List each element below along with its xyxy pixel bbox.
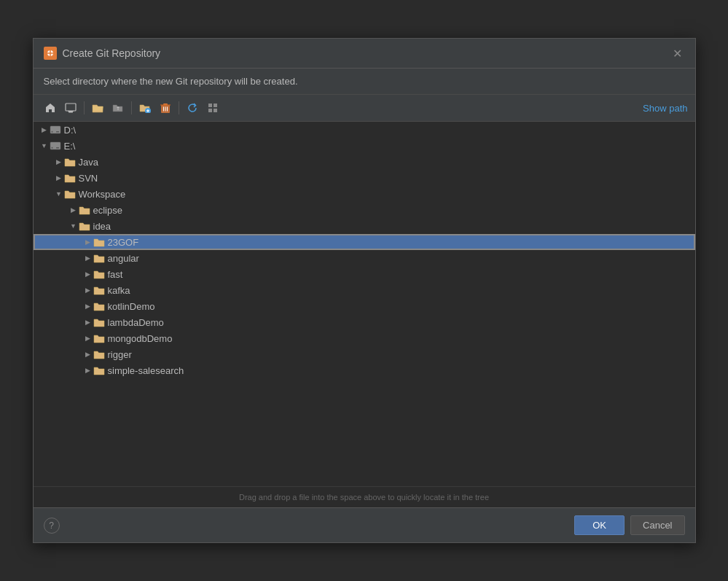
create-git-repository-dialog: Create Git Repository ✕ Select directory… (33, 38, 696, 543)
arrow-kafka: ▶ (83, 286, 93, 294)
dialog-footer: ? OK Cancel (34, 507, 695, 542)
arrow-lambdademo: ▶ (83, 319, 93, 326)
close-button[interactable]: ✕ (670, 46, 685, 61)
arrow-mongodbdemo: ▶ (83, 335, 93, 342)
arrow-eclipse: ▶ (69, 206, 79, 214)
folder-open-button[interactable] (88, 99, 107, 117)
arrow-angular: ▶ (83, 254, 93, 262)
arrow-23gof: ▶ (83, 238, 93, 246)
tree-item-lambdademo[interactable]: ▶ lambdaDemo (34, 314, 695, 330)
tree-label-e-drive: E:\ (64, 141, 76, 152)
arrow-e-drive: ▼ (39, 142, 50, 149)
svg-rect-18 (214, 109, 217, 112)
dialog-subtitle: Select directory where the new Git repos… (34, 69, 695, 95)
dialog-title: Create Git Repository (63, 47, 161, 59)
arrow-workspace: ▼ (54, 190, 64, 198)
drive-icon-d (50, 124, 61, 136)
folder-icon-eclipse (79, 204, 90, 216)
tree-label-rigger: rigger (108, 349, 132, 360)
tree-label-java: Java (79, 157, 98, 168)
tree-item-kafka[interactable]: ▶ kafka (34, 282, 695, 298)
arrow-d-drive: ▶ (39, 126, 50, 133)
tree-label-angular: angular (108, 253, 139, 264)
svg-rect-15 (208, 104, 212, 107)
tree-item-eclipse[interactable]: ▶ eclipse (34, 202, 695, 218)
tree-item-kotlindemo[interactable]: ▶ kotlinDemo (34, 298, 695, 314)
tree-label-23gof: 23GOF (108, 237, 139, 248)
folder-icon-workspace (64, 188, 76, 200)
tree-item-idea[interactable]: ▼ idea (34, 218, 695, 234)
drive-icon-e (50, 140, 61, 152)
footer-buttons: OK Cancel (574, 515, 684, 535)
folder-icon-mongodbdemo (93, 332, 105, 344)
svg-rect-3 (66, 104, 76, 111)
tree-item-fast[interactable]: ▶ fast (34, 266, 695, 282)
svg-rect-17 (208, 109, 212, 112)
tree-label-mongodbdemo: mongodbDemo (108, 333, 173, 344)
tree-item-simple-salesearch[interactable]: ▶ simple-salesearch (34, 362, 695, 378)
show-path-button[interactable]: Show path (643, 103, 687, 114)
dialog-icon (44, 47, 57, 60)
tree-item-rigger[interactable]: ▶ rigger (34, 346, 695, 362)
folder-icon-lambdademo (93, 316, 105, 328)
folder-icon-kotlindemo (93, 300, 105, 312)
folder-icon-fast (93, 268, 105, 280)
tree-label-fast: fast (108, 269, 123, 280)
tree-item-e-drive[interactable]: ▼ E:\ (34, 138, 695, 154)
arrow-rigger: ▶ (83, 351, 93, 358)
tree-label-kafka: kafka (108, 285, 130, 296)
tree-label-simple-salesearch: simple-salesearch (108, 365, 184, 376)
tree-item-workspace[interactable]: ▼ Workspace (34, 186, 695, 202)
svg-rect-16 (214, 104, 217, 107)
toolbar: Show path (34, 95, 695, 122)
toolbar-sep-1 (84, 101, 85, 114)
tree-item-23gof[interactable]: ▶ 23GOF (34, 234, 695, 250)
ok-button[interactable]: OK (574, 515, 625, 535)
tree-item-d-drive[interactable]: ▶ D:\ (34, 122, 695, 138)
svg-rect-5 (68, 111, 74, 112)
folder-icon-svn (64, 172, 76, 184)
folder-icon-idea (79, 220, 90, 232)
arrow-svn: ▶ (54, 174, 64, 182)
delete-button[interactable] (156, 99, 175, 117)
folder-icon-java (64, 156, 76, 168)
tree-label-lambdademo: lambdaDemo (108, 317, 164, 328)
grid-view-button[interactable] (203, 99, 222, 117)
folder-icon-simple-salesearch (93, 364, 105, 376)
drag-hint: Drag and drop a file into the space abov… (34, 486, 695, 507)
help-button[interactable]: ? (44, 518, 60, 534)
svg-point-21 (51, 131, 52, 133)
tree-label-eclipse: eclipse (93, 205, 122, 216)
tree-label-d-drive: D:\ (64, 125, 77, 136)
tree-label-kotlindemo: kotlinDemo (108, 301, 155, 312)
cancel-button[interactable]: Cancel (630, 515, 684, 535)
tree-label-idea: idea (93, 221, 111, 232)
file-tree[interactable]: ▶ D:\ ▼ E:\ ▶ (34, 122, 695, 486)
svg-rect-4 (69, 112, 73, 113)
folder-icon-rigger (93, 348, 105, 360)
home-button[interactable] (41, 99, 60, 117)
folder-up-button[interactable] (109, 99, 128, 117)
tree-item-java[interactable]: ▶ Java (34, 154, 695, 170)
arrow-java: ▶ (54, 158, 64, 165)
tree-label-workspace: Workspace (79, 189, 126, 200)
arrow-simple-salesearch: ▶ (83, 367, 93, 374)
desktop-button[interactable] (61, 99, 80, 117)
svg-rect-20 (56, 131, 59, 133)
folder-icon-23gof (93, 236, 105, 248)
tree-item-svn[interactable]: ▶ SVN (34, 170, 695, 186)
tree-label-svn: SVN (79, 173, 98, 184)
svg-rect-23 (56, 147, 59, 149)
new-folder-button[interactable] (136, 99, 154, 117)
folder-icon-angular (93, 252, 105, 264)
folder-icon-kafka (93, 284, 105, 296)
arrow-kotlindemo: ▶ (83, 303, 93, 310)
tree-item-angular[interactable]: ▶ angular (34, 250, 695, 266)
arrow-fast: ▶ (83, 270, 93, 278)
tree-item-mongodbdemo[interactable]: ▶ mongodbDemo (34, 330, 695, 346)
dialog-title-area: Create Git Repository (44, 47, 161, 60)
toolbar-sep-3 (179, 101, 179, 114)
svg-point-24 (51, 147, 52, 149)
refresh-button[interactable] (183, 99, 202, 117)
arrow-idea: ▼ (69, 222, 79, 230)
